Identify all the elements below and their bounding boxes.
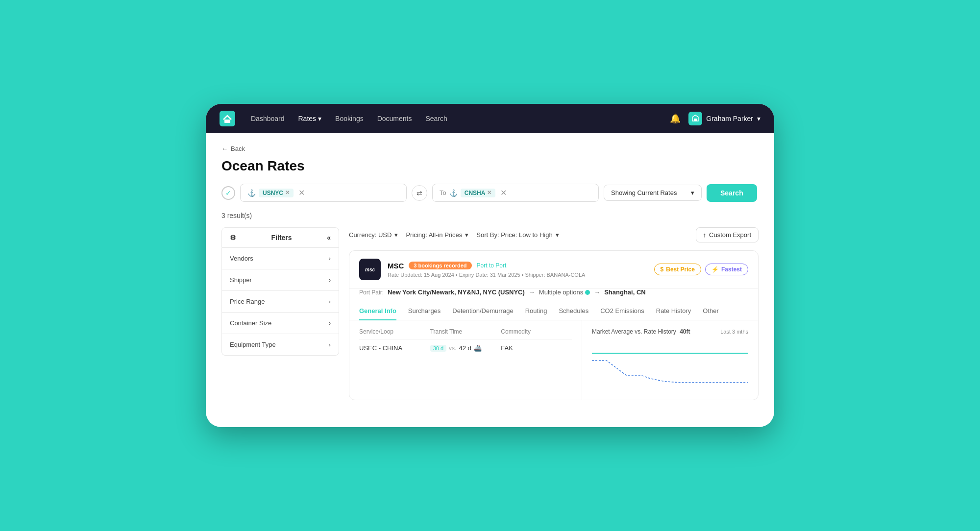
to-field[interactable]: To ⚓ CNSHA ✕ ✕: [432, 184, 599, 202]
chart-title: Market Average vs. Rate History 40ft: [592, 328, 690, 335]
back-label: Back: [231, 145, 245, 152]
filter-container-size[interactable]: Container Size ›: [221, 313, 339, 334]
port-from: New York City/Newark, NY&NJ, NYC (USNYC): [388, 289, 525, 296]
dropdown-arrow-icon: ▾: [691, 189, 694, 196]
arrow-icon-2: →: [594, 289, 600, 296]
export-icon: ↑: [703, 231, 707, 239]
chevron-down-icon-2: ›: [329, 276, 331, 284]
anchor-icon-from: ⚓: [247, 189, 256, 197]
cell-transit: 30 d vs. 42 d 🚢: [430, 344, 501, 352]
tab-other[interactable]: Other: [703, 302, 719, 320]
chevron-down-icon: ›: [329, 255, 331, 262]
chevron-down-icon-5: ›: [329, 341, 331, 348]
dropdown-icon-currency: ▾: [394, 231, 398, 239]
col-commodity: Commodity: [501, 328, 572, 335]
chevron-down-icon-4: ›: [329, 319, 331, 327]
transit-vs: vs.: [449, 345, 456, 352]
svg-rect-0: [220, 111, 235, 126]
carrier-name-row: MSC 3 bookings recorded Port to Port: [388, 262, 647, 270]
port-pair-label: Port Pair:: [359, 289, 384, 296]
tab-detention[interactable]: Detention/Demurrage: [452, 302, 513, 320]
chart-svg: [592, 341, 748, 390]
tab-rate-history[interactable]: Rate History: [656, 302, 691, 320]
toolbar: Currency: USD ▾ Pricing: All-in Prices ▾…: [349, 227, 759, 242]
export-button[interactable]: ↑ Custom Export: [696, 227, 759, 242]
user-menu[interactable]: Graham Parker ▾: [688, 112, 760, 125]
rate-badges: $ Best Price ⚡ Fastest: [654, 264, 748, 275]
port-pair-row: Port Pair: New York City/Newark, NY&NJ, …: [349, 289, 758, 302]
filters-header[interactable]: ⚙ Filters «: [221, 227, 339, 248]
currency-selector[interactable]: Currency: USD ▾: [349, 231, 398, 239]
rate-chart: Market Average vs. Rate History 40ft Las…: [582, 320, 758, 400]
nav-bookings[interactable]: Bookings: [335, 115, 364, 122]
nav-documents[interactable]: Documents: [377, 115, 412, 122]
chevron-down-icon-3: ›: [329, 298, 331, 305]
transit-icon: 🚢: [474, 344, 482, 352]
to-field-clear[interactable]: ✕: [498, 188, 509, 197]
search-button[interactable]: Search: [707, 184, 757, 202]
fastest-badge: ⚡ Fastest: [705, 264, 748, 275]
rate-meta: Rate Updated: 15 Aug 2024 • Expiry Date:…: [388, 272, 647, 278]
rate-table: Service/Loop Transit Time Commodity USEC…: [349, 320, 582, 400]
arrow-icon: →: [529, 289, 535, 296]
rate-tabs: General Info Surcharges Detention/Demurr…: [349, 302, 758, 320]
device-frame: Dashboard Rates ▾ Bookings Documents Sea…: [206, 104, 774, 427]
carrier-name: MSC: [388, 262, 404, 270]
cell-service: USEC - CHINA: [359, 344, 430, 352]
filter-equipment-type[interactable]: Equipment Type ›: [221, 334, 339, 356]
content-layout: ⚙ Filters « Vendors › Shipper › Price Ra…: [221, 227, 759, 400]
pricing-selector[interactable]: Pricing: All-in Prices ▾: [406, 231, 468, 239]
from-field-clear[interactable]: ✕: [296, 188, 307, 197]
rate-card: msc MSC 3 bookings recorded Port to Port…: [349, 250, 759, 400]
tab-co2[interactable]: CO2 Emissions: [600, 302, 644, 320]
back-arrow-icon: ←: [221, 145, 228, 152]
anchor-icon-to: ⚓: [449, 189, 458, 197]
sort-selector[interactable]: Sort By: Price: Low to High ▾: [476, 231, 559, 239]
rate-display-dropdown[interactable]: Showing Current Rates ▾: [604, 185, 702, 201]
multi-dot-icon: [585, 290, 590, 295]
user-avatar-icon: [688, 112, 702, 125]
to-port-clear[interactable]: ✕: [487, 190, 491, 196]
bookings-badge: 3 bookings recorded: [409, 262, 471, 269]
nav-search[interactable]: Search: [425, 115, 447, 122]
rate-card-header: msc MSC 3 bookings recorded Port to Port…: [349, 251, 758, 289]
search-bar: ✓ ⚓ USNYC ✕ ✕ ⇄ To ⚓ CNSHA ✕ ✕: [221, 184, 759, 202]
rate-body: Service/Loop Transit Time Commodity USEC…: [349, 320, 758, 400]
col-transit: Transit Time: [430, 328, 501, 335]
swap-button[interactable]: ⇄: [412, 185, 427, 201]
port-to-port-badge: Port to Port: [477, 262, 507, 269]
transit-avg: 42 d: [459, 344, 471, 352]
filter-price-range[interactable]: Price Range ›: [221, 291, 339, 313]
lightning-icon: ⚡: [711, 266, 719, 273]
svg-rect-1: [224, 120, 230, 123]
port-to: Shanghai, CN: [604, 289, 646, 296]
page-title: Ocean Rates: [221, 158, 759, 174]
from-field[interactable]: ⚓ USNYC ✕ ✕: [240, 184, 407, 202]
best-price-badge: $ Best Price: [654, 264, 701, 275]
nav-rates[interactable]: Rates ▾: [298, 115, 322, 122]
tab-schedules[interactable]: Schedules: [559, 302, 588, 320]
tab-surcharges[interactable]: Surcharges: [408, 302, 441, 320]
bell-icon[interactable]: 🔔: [670, 113, 681, 124]
nav-right: 🔔 Graham Parker ▾: [670, 112, 760, 125]
filter-vendors[interactable]: Vendors ›: [221, 248, 339, 269]
navbar: Dashboard Rates ▾ Bookings Documents Sea…: [206, 104, 774, 133]
dollar-icon: $: [661, 266, 664, 273]
results-count: 3 result(s): [221, 212, 252, 219]
results-row: 3 result(s): [221, 212, 759, 219]
svg-rect-2: [694, 119, 697, 121]
filter-shipper[interactable]: Shipper ›: [221, 269, 339, 291]
user-name: Graham Parker: [706, 115, 753, 122]
main-content: ← Back Ocean Rates ✓ ⚓ USNYC ✕ ✕ ⇄ To ⚓ …: [206, 133, 774, 427]
multiple-options: Multiple options: [539, 289, 590, 296]
back-link[interactable]: ← Back: [221, 145, 759, 152]
col-service: Service/Loop: [359, 328, 430, 335]
transit-current: 30 d: [430, 345, 446, 352]
tab-routing[interactable]: Routing: [525, 302, 547, 320]
user-dropdown-icon: ▾: [757, 115, 760, 122]
nav-dashboard[interactable]: Dashboard: [251, 115, 285, 122]
logo[interactable]: [220, 111, 235, 126]
search-check-icon: ✓: [221, 186, 235, 200]
from-port-clear[interactable]: ✕: [285, 190, 290, 196]
tab-general-info[interactable]: General Info: [359, 302, 396, 320]
